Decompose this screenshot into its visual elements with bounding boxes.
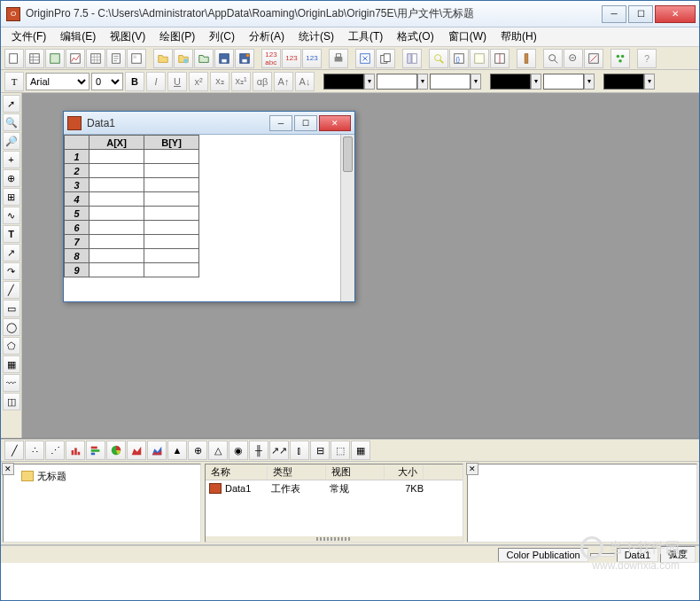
tree-root-item[interactable]: 无标题 [18, 468, 70, 484]
3d-bars-icon[interactable]: ▲ [167, 441, 187, 460]
dw-minimize-button[interactable]: ─ [269, 115, 292, 131]
new-graph-icon[interactable] [66, 49, 85, 68]
supersubscript-button[interactable]: x₂¹ [231, 72, 251, 91]
area-plot-icon[interactable] [127, 441, 146, 460]
row-header[interactable]: 5 [65, 207, 89, 221]
new-layout-icon[interactable] [127, 49, 146, 68]
histogram-icon[interactable]: ⬚ [331, 441, 350, 460]
fill-color-swatch[interactable] [490, 74, 531, 90]
cell[interactable] [89, 150, 144, 164]
cell[interactable] [144, 192, 199, 207]
draw-data-icon[interactable]: ∿ [3, 207, 20, 224]
freehand-tool-icon[interactable]: 〰 [3, 374, 20, 392]
polar-plot-icon[interactable]: ⊕ [188, 441, 207, 460]
code-builder-icon[interactable]: {} [449, 49, 469, 68]
grid-corner[interactable] [65, 136, 89, 150]
cell[interactable] [89, 164, 144, 178]
cell[interactable] [89, 221, 144, 235]
list-item[interactable]: Data1 工作表 常规 7KB [206, 480, 463, 496]
row-header[interactable]: 3 [65, 178, 89, 192]
results-panel[interactable]: ✕ [467, 464, 697, 542]
scatter-plot-icon[interactable]: ∴ [25, 441, 44, 460]
new-notes-icon[interactable] [106, 49, 126, 68]
pie-plot-icon[interactable] [106, 441, 126, 460]
rect-tool-icon[interactable]: ▭ [3, 300, 20, 317]
mdi-canvas[interactable]: Data1 ─ ☐ ✕ A[X] B[Y] 1 [22, 93, 699, 438]
line-width-swatch[interactable] [430, 74, 471, 90]
smith-chart-icon[interactable]: ◉ [229, 441, 248, 460]
cell[interactable] [144, 164, 199, 178]
grid-scrollbar[interactable] [340, 135, 354, 301]
row-header[interactable]: 6 [65, 221, 89, 235]
line-tool-icon[interactable]: ╱ [3, 281, 20, 299]
col-size[interactable]: 大小 [385, 465, 424, 479]
font-select[interactable]: Arial [26, 73, 89, 90]
new-matrix-icon[interactable] [86, 49, 105, 68]
stack-area-icon[interactable] [147, 441, 167, 460]
col-view[interactable]: 视图 [326, 465, 385, 479]
save-icon[interactable] [214, 49, 234, 68]
menu-view[interactable]: 视图(V) [103, 27, 152, 46]
cell[interactable] [144, 235, 199, 249]
line-width-menu[interactable]: ▾ [471, 74, 481, 90]
rescale-icon[interactable] [584, 49, 603, 68]
menu-format[interactable]: 格式(O) [390, 27, 440, 46]
scrollbar-thumb[interactable] [343, 137, 353, 172]
font-size-select[interactable]: 0 [91, 73, 123, 90]
data-reader-icon[interactable]: ⊕ [3, 169, 20, 187]
row-header[interactable]: 4 [65, 192, 89, 207]
template-library-icon[interactable]: ▦ [351, 441, 370, 460]
cell[interactable] [89, 263, 144, 277]
import-multi-icon[interactable]: 123 [282, 49, 301, 68]
recalculate-icon[interactable] [517, 49, 536, 68]
pattern-menu[interactable]: ▾ [584, 74, 595, 90]
cell[interactable] [144, 249, 199, 263]
menu-column[interactable]: 列(C) [202, 27, 242, 46]
cell[interactable] [144, 150, 199, 164]
duplicate-icon[interactable] [376, 49, 395, 68]
open-excel-icon[interactable] [194, 49, 214, 68]
data-window[interactable]: Data1 ─ ☐ ✕ A[X] B[Y] 1 [63, 111, 355, 302]
italic-button[interactable]: I [146, 72, 166, 91]
results-log-icon[interactable] [429, 49, 448, 68]
line-plot-icon[interactable]: ╱ [4, 441, 24, 460]
add-column-icon[interactable] [490, 49, 509, 68]
decrease-font-button[interactable]: A↓ [295, 72, 315, 91]
cell[interactable] [89, 178, 144, 192]
underline-button[interactable]: U [167, 72, 187, 91]
ternary-plot-icon[interactable]: △ [208, 441, 228, 460]
menu-help[interactable]: 帮助(H) [494, 27, 544, 46]
import-wizard-icon[interactable]: 123 [302, 49, 322, 68]
panel-splitter[interactable] [206, 536, 463, 542]
print-icon[interactable] [329, 49, 348, 68]
column-plot-icon[interactable] [66, 441, 85, 460]
pattern-swatch[interactable] [543, 74, 584, 90]
mask-tool-icon[interactable]: ◫ [3, 393, 20, 410]
row-header[interactable]: 2 [65, 164, 89, 178]
increase-font-button[interactable]: A↑ [274, 72, 293, 91]
polygon-tool-icon[interactable]: ⬠ [3, 337, 20, 355]
line-style-swatch[interactable] [377, 74, 417, 90]
zoomout-tool-icon[interactable]: 🔎 [3, 132, 20, 150]
line-color-swatch[interactable] [323, 74, 364, 90]
row-header[interactable]: 8 [65, 249, 89, 263]
maximize-button[interactable]: ☐ [628, 5, 653, 23]
symbol-color-menu[interactable]: ▾ [644, 74, 655, 90]
row-header[interactable]: 9 [65, 263, 89, 277]
region-tool-icon[interactable]: ▦ [3, 355, 20, 373]
cell[interactable] [89, 207, 144, 221]
circle-tool-icon[interactable]: ◯ [3, 318, 20, 336]
fill-color-menu[interactable]: ▾ [531, 74, 541, 90]
zoom-out-icon[interactable] [564, 49, 583, 68]
stock-plot-icon[interactable]: ⫿ [290, 441, 309, 460]
script-window-icon[interactable] [470, 49, 489, 68]
menu-file[interactable]: 文件(F) [4, 27, 53, 46]
pointer-tool-icon[interactable]: ➚ [3, 95, 20, 113]
bar-plot-icon[interactable] [86, 441, 105, 460]
hiloclose-icon[interactable]: ╫ [249, 441, 268, 460]
worksheet-grid[interactable]: A[X] B[Y] 1 2 3 4 5 6 7 8 9 [64, 135, 354, 301]
curved-arrow-icon[interactable]: ↷ [3, 262, 20, 280]
mask-icon[interactable] [611, 49, 630, 68]
import-ascii-icon[interactable]: 123abc [261, 49, 281, 68]
cell[interactable] [89, 249, 144, 263]
